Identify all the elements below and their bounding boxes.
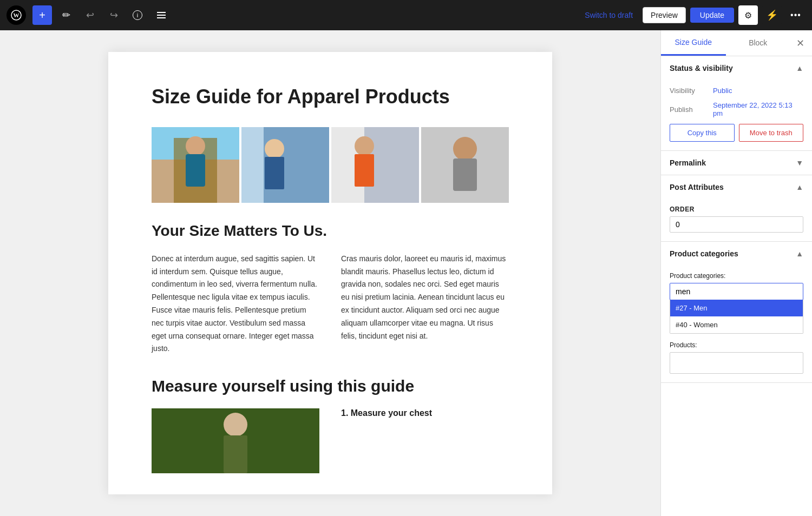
add-block-button[interactable]: + xyxy=(32,5,52,25)
measure-text-area: 1. Measure your chest xyxy=(341,408,509,473)
undo-icon: ↩ xyxy=(86,9,94,21)
publish-row: Publish September 22, 2022 5:13 pm xyxy=(670,101,803,117)
svg-point-19 xyxy=(224,413,247,436)
list-view-button[interactable] xyxy=(152,5,171,25)
more-options-button[interactable]: ••• xyxy=(786,5,806,25)
gallery-image-1[interactable] xyxy=(152,127,239,203)
visibility-value[interactable]: Public xyxy=(713,87,732,95)
sidebar-tabs: Size Guide Block ✕ xyxy=(661,30,812,56)
measure-row: 1. Measure your chest xyxy=(152,408,509,473)
list-icon xyxy=(157,12,166,18)
post-attributes-label: Post Attributes xyxy=(670,183,724,191)
section-2-heading: Measure yourself using this guide xyxy=(152,377,509,395)
status-visibility-body: Visibility Public Publish September 22, … xyxy=(661,80,812,150)
two-col-text: Donec at interdum augue, sed sagittis sa… xyxy=(152,253,509,355)
svg-rect-10 xyxy=(265,157,284,189)
post-title[interactable]: Size Guide for Apparel Products xyxy=(152,84,509,110)
product-categories-label: Product categories xyxy=(670,249,738,258)
svg-point-16 xyxy=(453,137,477,161)
action-buttons: Copy this Move to trash xyxy=(670,124,803,142)
tab-block[interactable]: Block xyxy=(726,31,791,56)
permalink-label: Permalink xyxy=(670,158,706,167)
category-dropdown: #27 - Men #40 - Women xyxy=(670,300,803,334)
chevron-up-icon-cats: ▲ xyxy=(796,249,803,258)
order-input[interactable] xyxy=(670,216,803,233)
update-button[interactable]: Update xyxy=(690,8,734,23)
jetpack-icon: ⚡ xyxy=(766,9,778,21)
info-icon: i xyxy=(133,10,142,20)
edit-button[interactable]: ✏ xyxy=(56,5,76,25)
svg-rect-14 xyxy=(355,154,374,187)
status-visibility-section: Status & visibility ▲ Visibility Public … xyxy=(661,56,812,151)
category-option-women[interactable]: #40 - Women xyxy=(670,316,803,333)
topbar: W + ✏ ↩ ↪ i Switch to draft Preview Upda… xyxy=(0,0,812,30)
permalink-section: Permalink ▼ xyxy=(661,151,812,175)
publish-value[interactable]: September 22, 2022 5:13 pm xyxy=(713,101,803,117)
close-icon: ✕ xyxy=(796,37,804,49)
plus-icon: + xyxy=(39,9,45,22)
svg-rect-17 xyxy=(453,158,477,191)
chevron-up-icon: ▲ xyxy=(796,64,803,72)
visibility-label: Visibility xyxy=(670,87,713,95)
product-categories-section: Product categories ▲ Product categories:… xyxy=(661,242,812,383)
info-button[interactable]: i xyxy=(128,5,147,25)
measure-subheading: 1. Measure your chest xyxy=(341,408,509,418)
gallery-image-2[interactable] xyxy=(241,127,329,203)
svg-point-5 xyxy=(186,136,205,156)
measure-image[interactable] xyxy=(152,408,319,473)
products-input[interactable] xyxy=(670,352,803,374)
sidebar: Size Guide Block ✕ Status & visibility ▲… xyxy=(660,30,812,516)
product-categories-field-label: Product categories: xyxy=(670,272,803,280)
category-option-men[interactable]: #27 - Men xyxy=(670,300,803,316)
permalink-header[interactable]: Permalink ▼ xyxy=(661,151,812,175)
undo-button[interactable]: ↩ xyxy=(80,5,100,25)
pencil-icon: ✏ xyxy=(62,9,70,21)
status-visibility-label: Status & visibility xyxy=(670,64,733,72)
products-label: Products: xyxy=(670,341,803,349)
preview-button[interactable]: Preview xyxy=(643,7,686,23)
redo-button[interactable]: ↪ xyxy=(104,5,123,25)
post-attributes-body: ORDER xyxy=(661,199,812,241)
redo-icon: ↪ xyxy=(110,9,118,21)
settings-button[interactable]: ⚙ xyxy=(738,5,758,25)
gear-icon: ⚙ xyxy=(744,10,752,21)
gallery-image-3[interactable] xyxy=(331,127,419,203)
order-label: ORDER xyxy=(670,206,803,213)
main-layout: Size Guide for Apparel Products xyxy=(0,30,812,516)
post-attributes-section: Post Attributes ▲ ORDER xyxy=(661,175,812,242)
switch-to-draft-button[interactable]: Switch to draft xyxy=(579,8,638,23)
sidebar-close-button[interactable]: ✕ xyxy=(790,34,810,53)
visibility-row: Visibility Public xyxy=(670,87,803,95)
gallery-image-4[interactable] xyxy=(421,127,509,203)
post-attributes-header[interactable]: Post Attributes ▲ xyxy=(661,175,812,199)
wp-logo[interactable]: W xyxy=(6,5,26,25)
svg-point-9 xyxy=(265,139,284,158)
svg-rect-20 xyxy=(224,435,247,473)
image-gallery xyxy=(152,127,509,203)
col1-text: Donec at interdum augue, sed sagittis sa… xyxy=(152,253,319,355)
svg-rect-6 xyxy=(186,154,205,187)
chevron-up-icon-attrs: ▲ xyxy=(796,183,803,191)
chevron-down-icon: ▼ xyxy=(796,158,803,167)
category-search-wrapper xyxy=(670,283,803,300)
product-categories-header[interactable]: Product categories ▲ xyxy=(661,242,812,266)
publish-label: Publish xyxy=(670,105,713,114)
jetpack-button[interactable]: ⚡ xyxy=(762,5,782,25)
move-to-trash-button[interactable]: Move to trash xyxy=(739,124,804,142)
svg-text:W: W xyxy=(14,12,19,18)
editor-area[interactable]: Size Guide for Apparel Products xyxy=(0,30,660,516)
copy-this-button[interactable]: Copy this xyxy=(670,124,735,142)
col2-text: Cras mauris dolor, laoreet eu mauris id,… xyxy=(341,253,509,355)
svg-point-13 xyxy=(355,136,374,156)
product-categories-body: Product categories: #27 - Men #40 - Wome… xyxy=(661,266,812,382)
category-search-input[interactable] xyxy=(670,283,803,300)
ellipsis-icon: ••• xyxy=(790,10,801,20)
tab-size-guide[interactable]: Size Guide xyxy=(661,30,726,56)
section-1-heading: Your Size Matters To Us. xyxy=(152,222,509,240)
editor-content: Size Guide for Apparel Products xyxy=(108,52,552,494)
status-visibility-header[interactable]: Status & visibility ▲ xyxy=(661,56,812,80)
